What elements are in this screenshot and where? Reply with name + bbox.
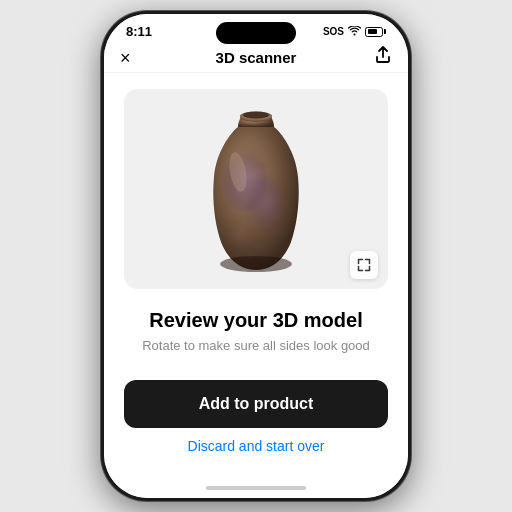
phone-frame: 8:11 SOS [101, 11, 411, 501]
status-time: 8:11 [126, 24, 152, 39]
discard-link[interactable]: Discard and start over [188, 438, 325, 454]
review-title: Review your 3D model [124, 309, 388, 332]
sos-label: SOS [323, 26, 344, 37]
svg-point-6 [246, 145, 276, 169]
battery-icon [365, 27, 386, 37]
nav-title: 3D scanner [216, 49, 297, 66]
vase-3d-model [186, 102, 326, 277]
status-icons: SOS [323, 26, 386, 38]
svg-point-9 [220, 256, 292, 272]
nav-bar: × 3D scanner [104, 43, 408, 73]
svg-point-7 [229, 218, 253, 246]
home-bar [206, 486, 306, 490]
phone-screen: 8:11 SOS [104, 14, 408, 498]
svg-point-5 [248, 177, 284, 227]
add-to-product-button[interactable]: Add to product [124, 380, 388, 428]
review-subtitle: Rotate to make sure all sides look good [124, 338, 388, 353]
model-preview-area[interactable] [124, 89, 388, 289]
share-button[interactable] [374, 46, 392, 69]
svg-point-3 [243, 111, 269, 118]
home-indicator [104, 482, 408, 498]
main-content: Review your 3D model Rotate to make sure… [104, 73, 408, 482]
close-button[interactable]: × [120, 49, 131, 67]
wifi-icon [348, 26, 361, 38]
dynamic-island [216, 22, 296, 44]
text-section: Review your 3D model Rotate to make sure… [124, 309, 388, 353]
bottom-actions: Add to product Discard and start over [124, 380, 388, 462]
expand-button[interactable] [350, 251, 378, 279]
